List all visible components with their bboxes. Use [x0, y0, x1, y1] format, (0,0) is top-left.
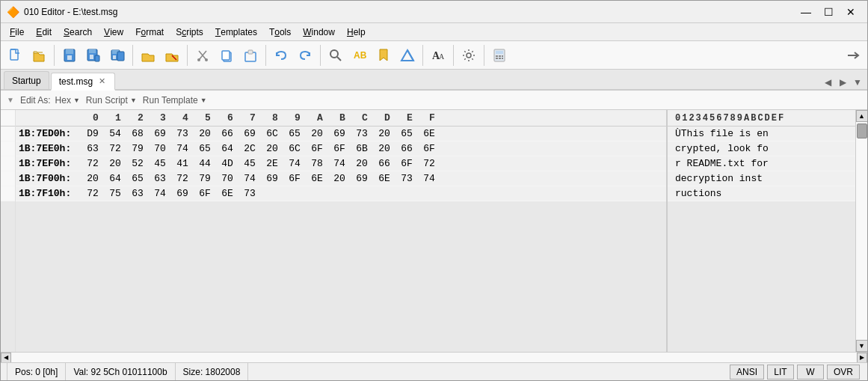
hex-byte[interactable]: 4D — [216, 158, 238, 169]
hex-byte[interactable]: 6F — [328, 143, 351, 154]
hex-byte[interactable] — [418, 188, 440, 199]
navigate-button[interactable] — [396, 44, 419, 67]
hex-byte[interactable]: 69 — [328, 128, 351, 139]
hex-byte[interactable]: 52 — [126, 158, 149, 169]
hex-byte[interactable]: 72 — [81, 158, 104, 169]
hex-byte[interactable]: 72 — [171, 173, 194, 184]
ascii-row[interactable]: ÙThis file is en — [668, 127, 855, 141]
paste-button[interactable] — [239, 44, 262, 67]
cut-button[interactable] — [191, 44, 214, 67]
hex-row[interactable]: 1B:7F00h:2064656372797074696F6E20696E737… — [16, 171, 666, 186]
hex-byte[interactable]: 72 — [81, 188, 104, 199]
hex-byte[interactable]: 79 — [194, 173, 216, 184]
hex-byte[interactable]: 69 — [351, 173, 373, 184]
scroll-down-button[interactable]: ▼ — [856, 340, 868, 352]
hex-byte[interactable]: 74 — [149, 188, 171, 199]
hex-byte[interactable]: 2E — [261, 158, 283, 169]
hex-byte[interactable]: 69 — [171, 188, 194, 199]
horizontal-scrollbar[interactable]: ◀ ▶ — [1, 352, 867, 362]
hex-byte[interactable]: 6E — [306, 173, 328, 184]
hex-byte[interactable]: D9 — [81, 128, 104, 139]
vertical-scrollbar[interactable]: ▲ ▼ — [855, 110, 867, 352]
hex-byte[interactable]: 6F — [194, 188, 216, 199]
status-w-button[interactable]: W — [797, 365, 824, 380]
bookmark-button[interactable] — [372, 44, 395, 67]
hex-row[interactable]: 1B:7F10h:72756374696F6E73 — [16, 186, 666, 201]
hex-byte[interactable]: 20 — [328, 173, 351, 184]
hex-byte[interactable]: 73 — [395, 173, 418, 184]
hex-byte[interactable] — [283, 188, 306, 199]
menu-format[interactable]: Format — [129, 24, 170, 40]
font-button[interactable]: AA — [427, 44, 449, 67]
hex-byte[interactable]: 20 — [104, 158, 126, 169]
calculator-button[interactable] — [488, 44, 511, 67]
hex-byte[interactable]: 72 — [418, 158, 440, 169]
hex-byte[interactable]: 63 — [126, 188, 149, 199]
hex-byte[interactable]: 65 — [395, 128, 418, 139]
save-as-button[interactable] — [82, 44, 105, 67]
close-file-button[interactable] — [161, 44, 183, 67]
replace-button[interactable]: AB — [348, 44, 371, 67]
scroll-left-button[interactable]: ◀ — [1, 353, 11, 363]
copy-button[interactable] — [215, 44, 238, 67]
hex-byte[interactable]: 73 — [238, 188, 261, 199]
scroll-h-track[interactable] — [11, 353, 857, 363]
status-ovr-button[interactable]: OVR — [827, 365, 860, 380]
hex-byte[interactable]: 63 — [149, 173, 171, 184]
hex-byte[interactable]: 45 — [238, 158, 261, 169]
status-ansi-button[interactable]: ANSI — [730, 365, 764, 380]
hex-byte[interactable]: 2C — [238, 143, 261, 154]
hex-row[interactable]: 1B:7EF0h:7220524541444D452E74787420666F7… — [16, 156, 666, 171]
maximize-button[interactable]: ☐ — [818, 4, 839, 20]
menu-search[interactable]: Search — [58, 24, 98, 40]
hex-byte[interactable]: 75 — [104, 188, 126, 199]
hex-byte[interactable]: 6E — [216, 188, 238, 199]
hex-byte[interactable]: 20 — [351, 158, 373, 169]
open-button[interactable] — [28, 44, 50, 67]
hex-byte[interactable]: 69 — [149, 128, 171, 139]
menu-edit[interactable]: Edit — [30, 24, 58, 40]
hex-byte[interactable]: 20 — [194, 128, 216, 139]
redo-button[interactable] — [294, 44, 316, 67]
ascii-row[interactable]: decryption inst — [668, 171, 855, 186]
hex-byte[interactable]: 69 — [261, 173, 283, 184]
tab-list-button[interactable]: ▼ — [851, 76, 864, 89]
hex-byte[interactable] — [328, 188, 351, 199]
hex-byte[interactable]: 74 — [328, 158, 351, 169]
ascii-row[interactable]: ructions — [668, 186, 855, 201]
open-files-button[interactable] — [137, 44, 159, 67]
close-button[interactable]: ✕ — [840, 4, 861, 20]
hex-byte[interactable]: 20 — [373, 143, 395, 154]
menu-scripts[interactable]: Scripts — [170, 24, 209, 40]
run-script-dropdown[interactable]: Run Script ▼ — [86, 95, 137, 106]
hex-byte[interactable]: 65 — [126, 173, 149, 184]
scroll-track[interactable] — [856, 122, 868, 340]
tab-next-button[interactable]: ▶ — [836, 76, 849, 89]
hex-byte[interactable]: 72 — [104, 143, 126, 154]
scroll-thumb[interactable] — [857, 124, 867, 138]
hex-byte[interactable]: 6C — [283, 143, 306, 154]
hex-byte[interactable]: 66 — [395, 143, 418, 154]
save-button[interactable] — [58, 44, 81, 67]
hex-byte[interactable]: 74 — [238, 173, 261, 184]
hex-byte[interactable]: 6F — [418, 143, 440, 154]
hex-byte[interactable]: 65 — [194, 143, 216, 154]
ascii-row[interactable]: r README.txt for — [668, 156, 855, 171]
menu-tools[interactable]: Tools — [263, 24, 297, 40]
hex-byte[interactable]: 20 — [373, 128, 395, 139]
hex-byte[interactable]: 6B — [351, 143, 373, 154]
hex-byte[interactable]: 20 — [306, 128, 328, 139]
hex-byte[interactable]: 64 — [104, 173, 126, 184]
ascii-row[interactable]: crypted, look fo — [668, 141, 855, 156]
hex-byte[interactable]: 6F — [395, 158, 418, 169]
tab-test-msg[interactable]: test.msg ✕ — [51, 73, 115, 91]
hex-byte[interactable] — [373, 188, 395, 199]
hex-byte[interactable] — [261, 188, 283, 199]
menu-file[interactable]: File — [4, 24, 30, 40]
run-template-dropdown[interactable]: Run Template ▼ — [143, 95, 207, 106]
hex-byte[interactable]: 41 — [171, 158, 194, 169]
hex-byte[interactable]: 74 — [283, 158, 306, 169]
hex-byte[interactable] — [306, 188, 328, 199]
hex-byte[interactable]: 6E — [373, 173, 395, 184]
scroll-right-button[interactable]: ▶ — [857, 353, 867, 363]
